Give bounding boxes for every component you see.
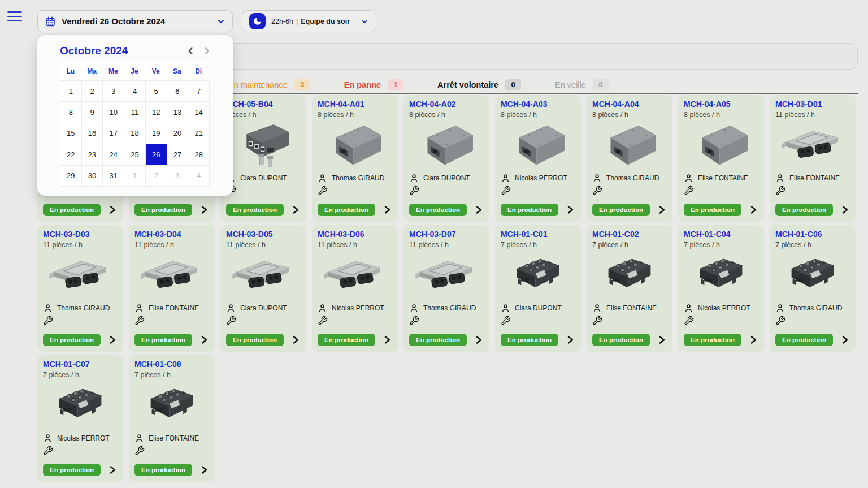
calendar-day[interactable]: 5: [146, 81, 167, 102]
machine-card-mch-04-a02[interactable]: MCH-04-A02 8 pièces / h: [403, 95, 489, 222]
calendar-day[interactable]: 29: [60, 166, 82, 187]
card-chevron-icon[interactable]: [841, 335, 849, 344]
calendar-day[interactable]: 7: [188, 81, 210, 102]
calendar-day[interactable]: 19: [146, 123, 167, 144]
operator-row: Clara DUPONT: [226, 303, 301, 314]
machine-card-mch-01-c08[interactable]: MCH-01-C08 7 pièces / h: [129, 355, 215, 482]
maintenance-row: [318, 185, 392, 197]
card-chevron-icon[interactable]: [658, 335, 666, 344]
machine-card-mch-01-c06[interactable]: MCH-01-C06 7 pièces / h: [770, 225, 856, 352]
card-chevron-icon[interactable]: [109, 335, 116, 344]
calendar-day[interactable]: 18: [124, 123, 146, 144]
operator-icon: [684, 303, 693, 313]
calendar-day[interactable]: 13: [167, 102, 189, 123]
machine-card-mch-03-d06[interactable]: MCH-03-D06 11 pièces / h: [312, 225, 398, 352]
calendar-day[interactable]: 21: [188, 123, 210, 144]
menu-icon[interactable]: [7, 10, 22, 23]
calendar-day[interactable]: 10: [103, 102, 124, 123]
calendar-day[interactable]: 4: [188, 166, 210, 187]
card-chevron-icon[interactable]: [201, 465, 208, 474]
card-chevron-icon[interactable]: [750, 335, 757, 344]
machine-photo-box: [593, 119, 666, 171]
calendar-day[interactable]: 17: [103, 123, 124, 144]
calendar-day[interactable]: 3: [103, 81, 124, 102]
card-chevron-icon[interactable]: [475, 335, 483, 344]
calendar-day[interactable]: 11: [124, 102, 146, 123]
machine-image: [318, 249, 392, 301]
card-chevron-icon[interactable]: [201, 205, 208, 214]
calendar-day[interactable]: 12: [146, 102, 167, 123]
calendar-day[interactable]: 24: [103, 144, 124, 165]
calendar-day[interactable]: 16: [82, 123, 103, 144]
machine-card-mch-03-d05[interactable]: MCH-03-D05 11 pièces / h: [220, 225, 306, 352]
wrench-icon: [43, 446, 53, 456]
machine-card-mch-01-c07[interactable]: MCH-01-C07 7 pièces / h: [37, 355, 123, 482]
calendar-day[interactable]: 31: [103, 166, 124, 187]
card-chevron-icon[interactable]: [109, 465, 116, 474]
calendar-next-month-button[interactable]: [202, 46, 211, 55]
calendar-day[interactable]: 14: [188, 102, 210, 123]
card-chevron-icon[interactable]: [292, 335, 300, 344]
machine-card-mch-04-a04[interactable]: MCH-04-A04 8 pièces / h: [587, 95, 672, 222]
card-chevron-icon[interactable]: [201, 335, 208, 344]
calendar-day[interactable]: 23: [82, 144, 103, 165]
machine-card-mch-03-d04[interactable]: MCH-03-D04 11 pièces / h: [129, 225, 215, 352]
calendar-day[interactable]: 6: [167, 81, 189, 102]
maintenance-row: [501, 185, 575, 197]
operator-icon: [501, 173, 510, 183]
card-chevron-icon[interactable]: [567, 205, 574, 214]
operator-row: Thomas GIRAUD: [43, 303, 118, 314]
card-chevron-icon[interactable]: [841, 205, 849, 214]
status-badge: En production: [43, 464, 101, 476]
card-chevron-icon[interactable]: [292, 205, 300, 214]
card-chevron-icon[interactable]: [475, 205, 483, 214]
machine-card-mch-03-d01[interactable]: MCH-03-D01 11 pièces / h: [770, 95, 856, 222]
filter-en-veille[interactable]: En veille 0: [555, 79, 609, 90]
calendar-day[interactable]: 28: [188, 144, 210, 165]
machine-id: MCH-01-C08: [134, 360, 209, 369]
machine-card-mch-01-c04[interactable]: MCH-01-C04 7 pièces / h: [678, 225, 764, 352]
calendar-day-selected[interactable]: 26: [146, 144, 167, 165]
calendar-day[interactable]: 25: [124, 144, 146, 165]
calendar-day[interactable]: 27: [167, 144, 189, 165]
machine-card-mch-05-b04[interactable]: MCH-05-B04 pièces / h: [220, 95, 306, 222]
machine-card-mch-01-c02[interactable]: MCH-01-C02 7 pièces / h: [587, 225, 672, 352]
machine-id: MCH-04-A02: [409, 100, 484, 109]
machine-card-mch-04-a05[interactable]: MCH-04-A05 8 pièces / h: [678, 95, 764, 222]
calendar-day[interactable]: 1: [124, 166, 146, 187]
machine-card-mch-04-a03[interactable]: MCH-04-A03 8 pièces / h: [495, 95, 581, 222]
calendar-day[interactable]: 4: [124, 81, 146, 102]
machine-photo-ecu-flat: [136, 249, 208, 301]
card-chevron-icon[interactable]: [384, 205, 391, 214]
filter-arr-t-volontaire[interactable]: Arrêt volontaire 0: [437, 79, 521, 90]
machine-card-mch-01-c01[interactable]: MCH-01-C01 7 pièces / h: [495, 225, 581, 352]
operator-name: Clara DUPONT: [240, 304, 287, 312]
card-chevron-icon[interactable]: [567, 335, 574, 344]
filter-en-panne[interactable]: En panne 1: [344, 79, 403, 90]
machine-card-mch-03-d07[interactable]: MCH-03-D07 11 pièces / h: [403, 225, 489, 352]
shift-picker-button[interactable]: 22h-6h|Equipe du soir: [242, 10, 376, 32]
machine-card-mch-04-a01[interactable]: MCH-04-A01 8 pièces / h: [312, 95, 398, 222]
card-chevron-icon[interactable]: [750, 205, 757, 214]
filter-en-maintenance[interactable]: En maintenance 3: [228, 79, 310, 90]
card-footer: En production: [775, 334, 852, 346]
calendar-day[interactable]: 30: [82, 166, 103, 187]
card-chevron-icon[interactable]: [109, 205, 116, 214]
calendar-day[interactable]: 20: [167, 123, 189, 144]
machine-rate: 11 pièces / h: [775, 111, 850, 119]
calendar-day[interactable]: 9: [82, 102, 103, 123]
machine-card-mch-03-d03[interactable]: MCH-03-D03 11 pièces / h: [37, 225, 123, 352]
calendar-day[interactable]: 8: [60, 102, 82, 123]
calendar-day[interactable]: 2: [82, 81, 103, 102]
calendar-day[interactable]: 1: [60, 81, 82, 102]
calendar-day[interactable]: 15: [60, 123, 82, 144]
calendar-day[interactable]: 2: [146, 166, 167, 187]
card-chevron-icon[interactable]: [658, 205, 666, 214]
calendar-day[interactable]: 3: [167, 166, 189, 187]
operator-icon: [318, 303, 327, 313]
card-chevron-icon[interactable]: [384, 335, 391, 344]
date-picker-button[interactable]: Vendredi 26 Octobre 2024: [37, 10, 233, 32]
card-footer: En production: [684, 334, 761, 346]
calendar-day[interactable]: 22: [60, 144, 82, 165]
calendar-prev-month-button[interactable]: [186, 46, 196, 55]
